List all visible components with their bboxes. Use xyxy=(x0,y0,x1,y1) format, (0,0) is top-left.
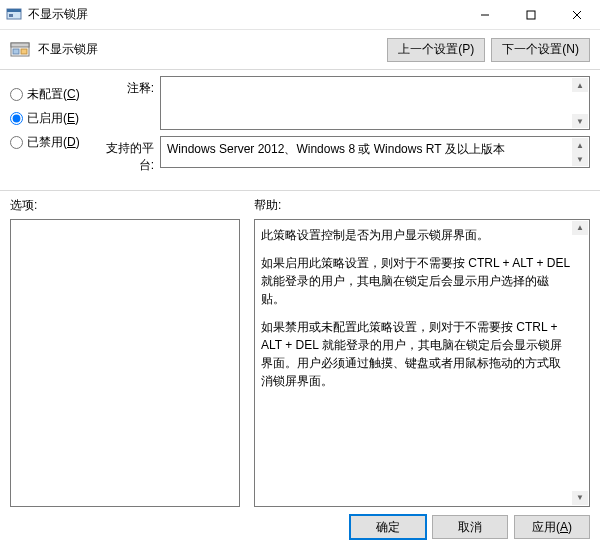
radio-not-configured[interactable]: 未配置(C) xyxy=(10,82,98,106)
app-icon xyxy=(6,7,22,23)
platform-scroll-down[interactable]: ▼ xyxy=(572,152,588,166)
window-title: 不显示锁屏 xyxy=(28,6,462,23)
platform-label: 支持的平台: xyxy=(98,136,160,174)
radio-disabled[interactable]: 已禁用(D) xyxy=(10,130,98,154)
radio-enabled-label: 已启用(E) xyxy=(27,110,79,127)
cancel-button-label: 取消 xyxy=(458,519,482,536)
svg-rect-8 xyxy=(11,43,29,47)
apply-button[interactable]: 应用(A) xyxy=(514,515,590,539)
svg-rect-9 xyxy=(13,49,19,54)
radio-disabled-input[interactable] xyxy=(10,136,23,149)
prev-setting-button[interactable]: 上一个设置(P) xyxy=(387,38,485,62)
radio-not-configured-input[interactable] xyxy=(10,88,23,101)
ok-button[interactable]: 确定 xyxy=(350,515,426,539)
ok-button-label: 确定 xyxy=(376,519,400,536)
state-radio-group: 未配置(C) 已启用(E) 已禁用(D) xyxy=(10,76,98,180)
radio-enabled[interactable]: 已启用(E) xyxy=(10,106,98,130)
fields-column: 注释: ▲ ▼ 支持的平台: Windows Server 2012、Windo… xyxy=(98,76,590,180)
options-column: 选项: xyxy=(10,197,240,507)
platform-value: Windows Server 2012、Windows 8 或 Windows … xyxy=(167,142,505,156)
cancel-button[interactable]: 取消 xyxy=(432,515,508,539)
apply-button-label: 应用(A) xyxy=(532,519,572,536)
svg-rect-10 xyxy=(21,49,27,54)
next-setting-button[interactable]: 下一个设置(N) xyxy=(491,38,590,62)
help-scroll-down[interactable]: ▼ xyxy=(572,491,588,505)
policy-title: 不显示锁屏 xyxy=(38,41,381,58)
help-textbox: 此策略设置控制是否为用户显示锁屏界面。 如果启用此策略设置，则对于不需要按 CT… xyxy=(254,219,590,507)
options-area xyxy=(10,219,240,507)
radio-disabled-label: 已禁用(D) xyxy=(27,134,80,151)
platform-row: 支持的平台: Windows Server 2012、Windows 8 或 W… xyxy=(98,136,590,174)
radio-enabled-input[interactable] xyxy=(10,112,23,125)
help-scroll-up[interactable]: ▲ xyxy=(572,221,588,235)
comment-textbox[interactable]: ▲ ▼ xyxy=(160,76,590,130)
next-setting-label: 下一个设置(N) xyxy=(502,41,579,58)
svg-rect-2 xyxy=(9,14,13,17)
platform-scroll-up[interactable]: ▲ xyxy=(572,138,588,152)
comment-label: 注释: xyxy=(98,76,160,130)
prev-setting-label: 上一个设置(P) xyxy=(398,41,474,58)
svg-rect-1 xyxy=(7,9,21,12)
comment-scroll-down[interactable]: ▼ xyxy=(572,114,588,128)
close-button[interactable] xyxy=(554,0,600,29)
upper-panel: 未配置(C) 已启用(E) 已禁用(D) 注释: ▲ ▼ 支持的平台: xyxy=(0,70,600,191)
titlebar: 不显示锁屏 xyxy=(0,0,600,30)
minimize-button[interactable] xyxy=(462,0,508,29)
header-row: 不显示锁屏 上一个设置(P) 下一个设置(N) xyxy=(0,30,600,70)
help-column: 帮助: 此策略设置控制是否为用户显示锁屏界面。 如果启用此策略设置，则对于不需要… xyxy=(254,197,590,507)
comment-scroll-up[interactable]: ▲ xyxy=(572,78,588,92)
bottom-button-bar: 确定 取消 应用(A) xyxy=(0,507,600,547)
maximize-button[interactable] xyxy=(508,0,554,29)
lower-panel: 选项: 帮助: 此策略设置控制是否为用户显示锁屏界面。 如果启用此策略设置，则对… xyxy=(0,191,600,507)
options-label: 选项: xyxy=(10,197,240,215)
svg-rect-4 xyxy=(527,11,535,19)
window-controls xyxy=(462,0,600,29)
help-paragraph: 如果启用此策略设置，则对于不需要按 CTRL + ALT + DEL 就能登录的… xyxy=(261,254,571,308)
comment-row: 注释: ▲ ▼ xyxy=(98,76,590,130)
help-paragraph: 如果禁用或未配置此策略设置，则对于不需要按 CTRL + ALT + DEL 就… xyxy=(261,318,571,390)
help-label: 帮助: xyxy=(254,197,590,215)
help-paragraph: 此策略设置控制是否为用户显示锁屏界面。 xyxy=(261,226,571,244)
radio-not-configured-label: 未配置(C) xyxy=(27,86,80,103)
policy-icon xyxy=(10,40,32,60)
platform-textbox: Windows Server 2012、Windows 8 或 Windows … xyxy=(160,136,590,168)
